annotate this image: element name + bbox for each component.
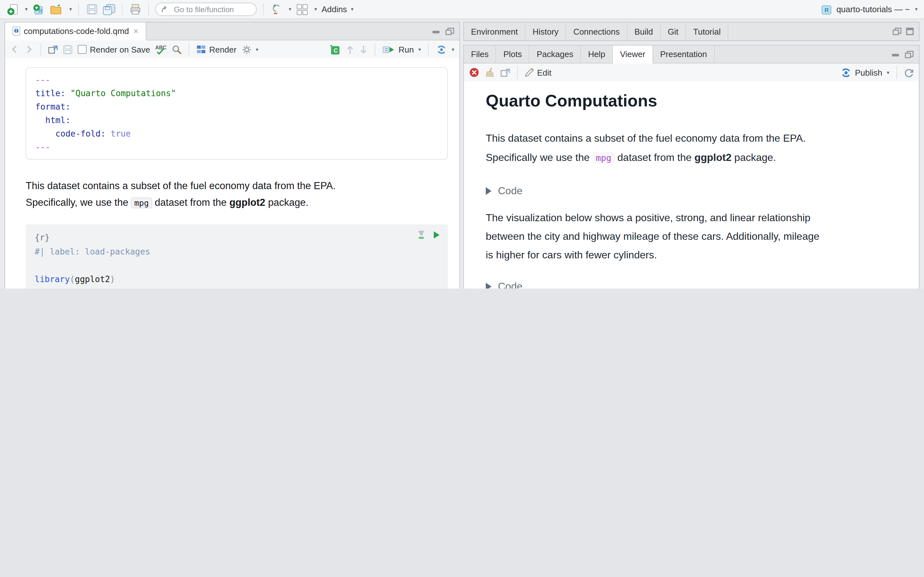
tab-close-icon[interactable]: × bbox=[134, 26, 138, 36]
viewer-pane: Files Plots Packages Help Viewer Present… bbox=[463, 45, 919, 288]
code-fold-toggle-2[interactable]: Code bbox=[486, 279, 919, 288]
stop-viewer-icon[interactable] bbox=[469, 67, 479, 77]
tab-tutorial[interactable]: Tutorial bbox=[686, 23, 729, 40]
project-chooser[interactable]: R quarto-tutorials — ~ ▾ bbox=[821, 3, 918, 15]
doc-paragraph-1: This dataset contains a subset of the fu… bbox=[486, 129, 896, 167]
render-on-save-checkbox[interactable] bbox=[78, 45, 87, 54]
render-icon bbox=[196, 45, 206, 54]
tab-connections[interactable]: Connections bbox=[566, 23, 628, 40]
editor-toolbar: Render on Save ABC Render ▾ C bbox=[5, 40, 459, 59]
doc-paragraph-2: The visualization below shows a positive… bbox=[486, 208, 896, 264]
tab-packages[interactable]: Packages bbox=[530, 45, 581, 63]
gear-icon bbox=[242, 45, 251, 54]
new-project-icon[interactable]: R bbox=[32, 2, 45, 16]
goto-arrow-icon bbox=[161, 5, 169, 13]
goto-file-search[interactable] bbox=[155, 3, 257, 16]
new-file-icon[interactable] bbox=[6, 2, 19, 16]
save-all-icon[interactable] bbox=[103, 2, 115, 16]
tab-help[interactable]: Help bbox=[581, 45, 613, 63]
tab-environment[interactable]: Environment bbox=[464, 23, 525, 40]
rerun-button[interactable]: ▾ bbox=[436, 45, 454, 54]
tab-presentation[interactable]: Presentation bbox=[653, 45, 714, 63]
goto-file-input[interactable] bbox=[173, 4, 251, 15]
maximize-pane-icon[interactable] bbox=[906, 27, 914, 35]
qmd-file-icon bbox=[12, 26, 21, 36]
rerun-icon bbox=[436, 45, 447, 54]
publish-label: Publish bbox=[855, 68, 882, 77]
render-button[interactable]: Render bbox=[196, 45, 236, 54]
run-chunk-icon[interactable] bbox=[433, 230, 440, 239]
go-next-section-icon[interactable] bbox=[359, 45, 368, 54]
editor-tabbar: computations-code-fold.qmd × bbox=[5, 23, 459, 40]
tab-viewer[interactable]: Viewer bbox=[613, 45, 653, 63]
rstudio-window: ▾ R ▾ ▾ ▾ Addins▾ R bbox=[0, 0, 924, 288]
editor-paragraph-1[interactable]: This dataset contains a subset of the fu… bbox=[26, 177, 454, 211]
minimize-pane-icon[interactable] bbox=[893, 27, 901, 35]
run-label: Run bbox=[399, 45, 414, 54]
version-control-icon[interactable] bbox=[270, 2, 283, 16]
doc-title: Quarto Computations bbox=[486, 90, 919, 111]
tab-title: computations-code-fold.qmd bbox=[24, 26, 129, 36]
popout-icon[interactable] bbox=[48, 45, 58, 53]
forward-icon[interactable] bbox=[24, 45, 33, 53]
maximize-pane-icon[interactable] bbox=[905, 50, 914, 58]
project-name: quarto-tutorials — ~ bbox=[837, 5, 910, 14]
run-icon bbox=[383, 45, 395, 53]
tab-history[interactable]: History bbox=[525, 23, 566, 40]
render-on-save-label: Render on Save bbox=[90, 45, 150, 54]
run-button[interactable]: Run ▾ bbox=[383, 45, 421, 54]
tab-git[interactable]: Git bbox=[661, 23, 686, 40]
back-icon[interactable] bbox=[10, 45, 19, 53]
tab-plots[interactable]: Plots bbox=[496, 45, 530, 63]
r-project-icon: R bbox=[821, 3, 833, 15]
maximize-pane-icon[interactable] bbox=[445, 27, 454, 35]
edit-button[interactable]: Edit bbox=[525, 68, 551, 77]
tab-build[interactable]: Build bbox=[627, 23, 661, 40]
version-control-caret[interactable]: ▾ bbox=[289, 6, 291, 12]
spellcheck-icon[interactable]: ABC bbox=[155, 44, 167, 55]
svg-text:C: C bbox=[333, 47, 338, 53]
open-file-icon[interactable] bbox=[49, 2, 63, 16]
edit-label: Edit bbox=[537, 68, 551, 77]
environment-pane: Environment History Connections Build Gi… bbox=[463, 22, 919, 41]
tab-files[interactable]: Files bbox=[464, 45, 496, 63]
new-file-caret[interactable]: ▾ bbox=[25, 6, 27, 12]
minimize-pane-icon[interactable] bbox=[432, 28, 441, 34]
render-on-save-toggle[interactable]: Render on Save bbox=[78, 45, 150, 54]
minimize-pane-icon[interactable] bbox=[891, 51, 900, 57]
workspace-panes-caret[interactable]: ▾ bbox=[314, 6, 317, 12]
render-settings-button[interactable]: ▾ bbox=[242, 45, 258, 54]
tab-computations-code-fold[interactable]: computations-code-fold.qmd × bbox=[5, 23, 146, 40]
svg-text:R: R bbox=[39, 8, 42, 13]
source-editor-pane: computations-code-fold.qmd × Render on S… bbox=[5, 22, 460, 288]
go-prev-section-icon[interactable] bbox=[346, 45, 354, 54]
svg-text:ABC: ABC bbox=[155, 45, 166, 50]
disclosure-triangle-icon bbox=[486, 187, 491, 195]
publish-button[interactable]: Publish ▾ bbox=[841, 68, 889, 77]
insert-chunk-icon[interactable]: C bbox=[328, 42, 341, 56]
chunk-options-icon[interactable] bbox=[417, 230, 425, 239]
code-fold-toggle-1[interactable]: Code bbox=[486, 183, 919, 199]
refresh-icon[interactable] bbox=[904, 68, 914, 77]
clear-viewer-icon[interactable] bbox=[485, 67, 495, 77]
save-doc-icon[interactable] bbox=[63, 45, 73, 54]
yaml-metadata-block[interactable]: ---title: "Quarto Computations"format: h… bbox=[26, 67, 448, 160]
print-icon[interactable] bbox=[129, 2, 142, 16]
svg-text:R: R bbox=[825, 7, 829, 13]
viewer-toolbar: Edit Publish ▾ bbox=[464, 63, 919, 82]
addins-button[interactable]: Addins▾ bbox=[321, 5, 354, 14]
pencil-icon bbox=[525, 68, 534, 77]
disclosure-triangle-icon bbox=[486, 283, 491, 288]
save-icon[interactable] bbox=[86, 2, 98, 16]
editor-document[interactable]: ---title: "Quarto Computations"format: h… bbox=[5, 58, 459, 288]
open-recent-caret[interactable]: ▾ bbox=[69, 6, 72, 12]
main-toolbar: ▾ R ▾ ▾ ▾ Addins▾ R bbox=[0, 0, 924, 19]
find-replace-icon[interactable] bbox=[172, 45, 182, 54]
render-label: Render bbox=[209, 45, 236, 54]
rendered-document: Quarto Computations This dataset contain… bbox=[464, 81, 919, 288]
workspace-panes-icon[interactable] bbox=[296, 2, 309, 16]
code-chunk-load-packages[interactable]: {r}#| label: load-packages library(ggplo… bbox=[26, 224, 448, 288]
publish-icon bbox=[841, 68, 852, 77]
popout-viewer-icon[interactable] bbox=[501, 68, 510, 77]
